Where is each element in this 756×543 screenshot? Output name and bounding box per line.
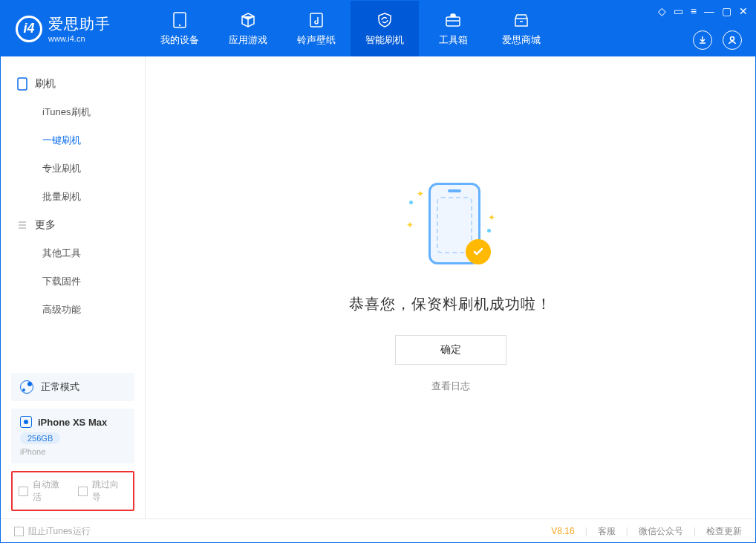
sidebar-group-flash: 刷机 [1, 70, 145, 98]
checkbox-auto-activate[interactable]: 自动激活 [19, 478, 68, 504]
window-controls: ◇ ▭ ≡ — ▢ ✕ [658, 5, 748, 17]
sparkle-icon: ✦ [417, 189, 424, 199]
checkbox-label: 自动激活 [33, 478, 68, 504]
maximize-button[interactable]: ▢ [722, 5, 731, 17]
sidebar: 刷机 iTunes刷机 一键刷机 专业刷机 批量刷机 更多 其他工具 下载固件 … [1, 56, 146, 518]
nav-label: 智能刷机 [365, 33, 404, 47]
checkbox-icon [78, 487, 88, 496]
nav-label: 应用游戏 [229, 33, 267, 47]
toolbox-icon [444, 11, 462, 29]
shield-refresh-icon [376, 11, 394, 29]
nav-label: 我的设备 [160, 33, 199, 47]
phone-icon [17, 77, 27, 91]
checkbox-icon [14, 527, 24, 536]
minimize-button[interactable]: — [704, 5, 714, 17]
success-illustration: ✦ ✦ ✦ [406, 183, 495, 272]
logo-text: 爱思助手 www.i4.cn [48, 14, 111, 43]
feedback-icon[interactable]: ▭ [674, 5, 683, 17]
nav-my-device[interactable]: 我的设备 [146, 1, 214, 56]
svg-rect-3 [446, 17, 460, 26]
store-icon [512, 11, 530, 29]
logo-block: i4 爱思助手 www.i4.cn [1, 14, 146, 43]
separator: | [694, 526, 696, 536]
nav-label: 铃声壁纸 [297, 33, 336, 47]
separator: | [585, 526, 587, 536]
sidebar-item-oneclick-flash[interactable]: 一键刷机 [1, 126, 145, 155]
nav-store[interactable]: 爱思商城 [487, 1, 555, 56]
storage-badge: 256GB [20, 432, 60, 444]
close-button[interactable]: ✕ [739, 5, 748, 17]
device-icon [171, 11, 189, 29]
sidebar-item-pro-flash[interactable]: 专业刷机 [1, 155, 145, 183]
tshirt-icon[interactable]: ◇ [658, 5, 666, 17]
sidebar-item-other-tools[interactable]: 其他工具 [1, 239, 145, 267]
svg-point-1 [179, 24, 180, 25]
view-log-link[interactable]: 查看日志 [431, 380, 470, 393]
cube-icon [239, 11, 257, 29]
check-update-link[interactable]: 检查更新 [706, 525, 742, 538]
nav-ringtones[interactable]: 铃声壁纸 [282, 1, 351, 56]
footer-bar: 阻止iTunes运行 V8.16 | 客服 | 微信公众号 | 检查更新 [1, 518, 755, 543]
device-small-icon [20, 416, 32, 428]
logo-icon: i4 [16, 16, 42, 42]
nav-smart-flash[interactable]: 智能刷机 [351, 1, 419, 56]
dot-icon [409, 201, 413, 204]
svg-rect-5 [18, 78, 27, 90]
checkbox-icon [19, 487, 28, 496]
body-area: 刷机 iTunes刷机 一键刷机 专业刷机 批量刷机 更多 其他工具 下载固件 … [1, 56, 755, 518]
mode-label: 正常模式 [41, 380, 79, 394]
download-button[interactable] [693, 30, 712, 50]
list-icon [17, 220, 27, 230]
svg-point-4 [731, 37, 734, 41]
nav-toolbox[interactable]: 工具箱 [419, 1, 487, 56]
sidebar-item-download-firmware[interactable]: 下载固件 [1, 267, 145, 296]
user-button[interactable] [723, 30, 742, 50]
separator: | [626, 526, 628, 536]
device-name: iPhone XS Max [38, 417, 107, 428]
header-bar: i4 爱思助手 www.i4.cn 我的设备 应用游戏 铃声壁纸 智能刷机 工具… [1, 1, 755, 56]
sidebar-item-batch-flash[interactable]: 批量刷机 [1, 183, 145, 211]
top-nav: 我的设备 应用游戏 铃声壁纸 智能刷机 工具箱 爱思商城 [146, 1, 555, 56]
checkbox-skip-guide[interactable]: 跳过向导 [78, 478, 127, 504]
main-content: ✦ ✦ ✦ 恭喜您，保资料刷机成功啦！ 确定 查看日志 [146, 56, 755, 518]
checkbox-label: 阻止iTunes运行 [28, 525, 91, 538]
device-card[interactable]: iPhone XS Max 256GB iPhone [11, 409, 134, 464]
sidebar-item-itunes-flash[interactable]: iTunes刷机 [1, 98, 145, 126]
group-label: 刷机 [35, 77, 56, 91]
sidebar-item-advanced[interactable]: 高级功能 [1, 296, 145, 324]
nav-label: 工具箱 [439, 33, 468, 47]
menu-icon[interactable]: ≡ [691, 5, 697, 17]
nav-label: 爱思商城 [502, 33, 541, 47]
success-message: 恭喜您，保资料刷机成功啦！ [349, 294, 552, 314]
options-row: 自动激活 跳过向导 [11, 471, 134, 511]
sidebar-group-more: 更多 [1, 211, 145, 239]
app-subtitle: www.i4.cn [48, 34, 111, 43]
nav-apps-games[interactable]: 应用游戏 [214, 1, 282, 56]
device-type: iPhone [20, 447, 126, 456]
sparkle-icon: ✦ [488, 212, 495, 223]
group-label: 更多 [35, 218, 56, 232]
music-file-icon [307, 11, 325, 29]
svg-rect-2 [310, 13, 322, 27]
wechat-link[interactable]: 微信公众号 [639, 525, 683, 538]
header-side-controls [693, 30, 742, 50]
sparkle-icon: ✦ [406, 220, 414, 230]
support-link[interactable]: 客服 [598, 525, 616, 538]
app-title: 爱思助手 [48, 14, 111, 34]
checkbox-label: 跳过向导 [92, 478, 127, 504]
mode-icon [20, 380, 33, 394]
ok-button[interactable]: 确定 [395, 335, 506, 365]
sidebar-nav: 刷机 iTunes刷机 一键刷机 专业刷机 批量刷机 更多 其他工具 下载固件 … [1, 56, 145, 373]
dot-icon [487, 229, 491, 233]
mode-card[interactable]: 正常模式 [11, 373, 134, 401]
version-label: V8.16 [551, 526, 574, 536]
check-badge-icon [466, 239, 491, 264]
sidebar-bottom: 正常模式 iPhone XS Max 256GB iPhone 自动激活 跳过向… [1, 373, 145, 518]
checkbox-block-itunes[interactable]: 阻止iTunes运行 [14, 525, 91, 538]
